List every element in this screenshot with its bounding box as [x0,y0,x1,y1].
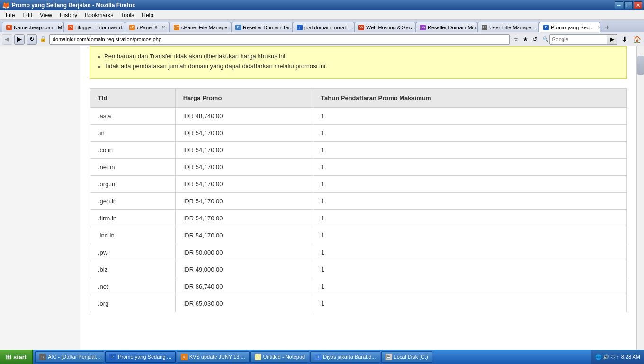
taskbar-item-promo[interactable]: P Promo yang Sedang ... [105,351,176,363]
menu-view[interactable]: View [36,10,56,19]
menu-edit[interactable]: Edit [18,10,36,19]
cell-tahun: 1 [313,244,627,261]
cell-harga: IDR 86,740.00 [175,278,313,295]
taskbar-item-diyas[interactable]: D Diyas jakarta Barat.d... [310,351,380,363]
menu-bar: File Edit View History Bookmarks Tools H… [0,10,644,20]
tab-promo[interactable]: P Promo yang Sed... ✕ [539,22,600,32]
back-button[interactable]: ◀ [2,34,12,45]
notice-item-1: ▪ Pembaruan dan Transfer tidak akan dibe… [98,53,619,61]
menu-history[interactable]: History [56,10,81,19]
cell-tld: .gen.in [90,193,176,210]
tab-close-cp[interactable]: ✕ [161,25,165,30]
cell-tld: .firm.in [90,210,176,227]
tab-jual[interactable]: j jual domain murah - ... ✕ [293,22,354,32]
promo-table: Tld Harga Promo Tahun Pendaftaran Promo … [90,88,627,312]
tab-label-cpfm: cPanel File Manager... [181,25,231,30]
cell-harga: IDR 54,170.00 [175,210,313,227]
tab-add-button[interactable]: + [602,23,612,32]
cell-tahun: 1 [313,227,627,244]
browser-icon: 🦊 [2,1,10,9]
tab-cpanel[interactable]: cP cPanel X ✕ [125,22,170,32]
tab-close-promo[interactable]: ✕ [598,25,600,30]
taskbar-item-notepad[interactable]: N Untitled - Notepad [250,351,310,363]
tab-label-cp: cPanel X [137,25,158,30]
tab-favicon-cpfm: cP [174,25,179,30]
taskbar-item-kvs[interactable]: K KVS update JUNY 13 ... [177,351,250,363]
col-header-tld: Tld [90,89,176,108]
address-input[interactable] [49,34,510,45]
cell-tld: .org.in [90,176,176,193]
menu-tools[interactable]: Tools [117,10,138,19]
tab-namecheap[interactable]: N Namecheap.com - M... ✕ [2,22,63,32]
tab-user[interactable]: U User Title Manager -... ✕ [477,22,539,32]
reload-button[interactable]: ↻ [27,34,37,45]
scrollbar[interactable] [636,46,644,350]
bookmark-star-icon[interactable]: ☆ [511,35,520,44]
tab-favicon-ph: ph [420,25,426,30]
address-bar: ◀ ▶ ↻ 🔓 ☆ ★ ↺ 🔍 ▶ ⬇ 🏠 [0,32,644,46]
forward-button[interactable]: ▶ [14,34,25,45]
close-button[interactable]: ✕ [634,1,642,9]
tab-reseller[interactable]: R Reseller Domain Ter... ✕ [231,22,293,32]
tab-label-nc: Namecheap.com - M... [14,25,63,30]
tab-favicon-jual: j [297,25,303,30]
taskbar-favicon-aic: U [39,354,46,360]
tab-blogger[interactable]: B Blogger: Informasi d... ✕ [63,22,125,32]
menu-file[interactable]: File [2,10,18,19]
taskbar-item-localdisk[interactable]: 💾 Local Disk (C:) [381,351,432,363]
table-row: .netIDR 86,740.001 [90,278,627,295]
download-button[interactable]: ⬇ [619,34,630,45]
table-row: .gen.inIDR 54,170.001 [90,193,627,210]
tab-favicon-promo: P [543,25,549,30]
search-submit-button[interactable]: ▶ [607,35,617,44]
security-icon: 🛡 [610,354,616,360]
tab-ph[interactable]: ph Reseller Domain Mur... ✕ [416,22,477,32]
cell-tahun: 1 [313,295,627,312]
tab-label-ph: Reseller Domain Mur... [428,25,477,30]
cell-tahun: 1 [313,142,627,159]
home-button[interactable]: 🏠 [632,34,642,45]
table-row: .ind.inIDR 54,170.001 [90,227,627,244]
start-label: start [13,354,27,361]
cell-tahun: 1 [313,159,627,176]
search-input[interactable] [550,35,607,44]
taskbar-label-aic: AIC - [Daftar Penjual... [48,354,100,360]
cell-harga: IDR 48,740.00 [175,108,313,125]
cell-harga: IDR 54,170.00 [175,176,313,193]
cell-tld: .pw [90,244,176,261]
taskbar-favicon-kvs: K [181,354,188,360]
cell-tld: .co.in [90,142,176,159]
refresh-icon[interactable]: ↺ [530,35,539,44]
cell-harga: IDR 50,000.00 [175,244,313,261]
taskbar-item-aic[interactable]: U AIC - [Daftar Penjual... [35,351,104,363]
table-row: .co.inIDR 54,170.001 [90,142,627,159]
menu-help[interactable]: Help [138,10,157,19]
minimize-button[interactable]: ─ [615,1,623,9]
cell-harga: IDR 49,000.00 [175,261,313,278]
search-box: ▶ [549,34,617,45]
tab-favicon-user: U [482,25,487,30]
notice-box: ▪ Pembaruan dan Transfer tidak akan dibe… [90,46,627,79]
bullet-icon-2: ▪ [98,63,100,71]
cell-tld: .asia [90,108,176,125]
cell-tahun: 1 [313,278,627,295]
taskbar: ⊞ start U AIC - [Daftar Penjual... P Pro… [0,350,644,364]
tab-cpanel-fm[interactable]: cP cPanel File Manager... ✕ [170,22,231,32]
windows-icon: ⊞ [6,353,11,361]
taskbar-favicon-localdisk: 💾 [385,354,392,360]
tab-label-jual: jual domain murah - ... [304,25,354,30]
menu-bookmarks[interactable]: Bookmarks [81,10,117,19]
cell-tahun: 1 [313,125,627,142]
start-button[interactable]: ⊞ start [0,350,33,364]
tab-label-re: Reseller Domain Ter... [243,25,293,30]
cell-tld: .org [90,295,176,312]
content-area: ▪ Pembaruan dan Transfer tidak akan dibe… [0,46,644,350]
taskbar-favicon-diyas: D [314,354,321,360]
cell-harga: IDR 54,170.00 [175,125,313,142]
col-header-harga: Harga Promo [175,89,313,108]
bookmark-icon[interactable]: ★ [521,35,529,44]
maximize-button[interactable]: □ [624,1,633,9]
table-row: .bizIDR 49,000.001 [90,261,627,278]
tab-favicon-re: R [235,25,241,30]
tab-web[interactable]: W Web Hosting & Serv... ✕ [354,22,416,32]
